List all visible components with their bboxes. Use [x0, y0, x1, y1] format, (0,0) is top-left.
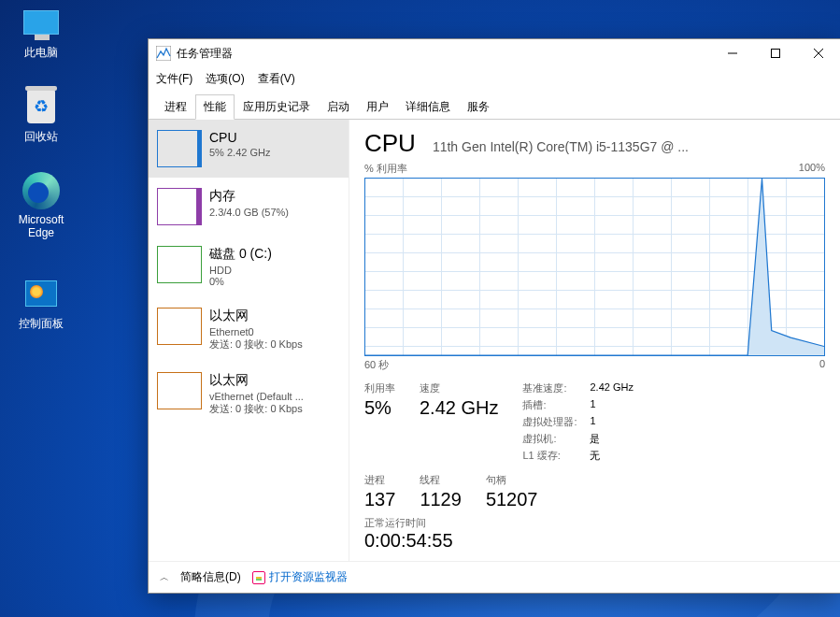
close-button[interactable]	[797, 39, 840, 67]
sidebar-sub: HDD	[209, 265, 272, 276]
kv-value: 是	[590, 432, 600, 446]
resource-monitor-icon	[252, 571, 265, 584]
stat-label: 利用率	[364, 381, 395, 395]
tab-bar: 进程 性能 应用历史记录 启动 用户 详细信息 服务	[149, 91, 840, 120]
ethernet-thumb	[157, 372, 202, 409]
desktop-icon-control-panel[interactable]: 控制面板	[7, 275, 75, 332]
memory-thumb	[157, 188, 202, 225]
sidebar-label: 磁盘 0 (C:)	[209, 246, 272, 263]
sidebar-sub: 0%	[209, 276, 272, 287]
threads-value: 1129	[420, 489, 462, 510]
minimize-button[interactable]	[711, 39, 754, 67]
sidebar-label: 以太网	[209, 308, 303, 324]
stat-label: 线程	[420, 473, 462, 487]
tab-performance[interactable]: 性能	[195, 94, 235, 120]
sidebar-sub: 发送: 0 接收: 0 Kbps	[209, 337, 303, 352]
desktop-icon-this-pc[interactable]: 此电脑	[7, 4, 75, 61]
fewer-details-link[interactable]: 简略信息(D)	[180, 569, 241, 585]
handles-value: 51207	[486, 489, 538, 510]
kv-key: 基准速度:	[522, 381, 582, 395]
sidebar-label: 以太网	[209, 372, 304, 389]
uptime-value: 0:00:54:55	[364, 530, 825, 552]
ethernet-thumb	[157, 308, 202, 345]
uptime-label: 正常运行时间	[364, 516, 825, 530]
kv-key: 虚拟机:	[522, 432, 582, 446]
control-panel-icon	[25, 280, 57, 307]
kv-value: 1	[590, 398, 595, 412]
footer: ︿ 简略信息(D) 打开资源监视器	[149, 561, 840, 593]
graph-label-tr: 100%	[799, 162, 825, 176]
tab-details[interactable]: 详细信息	[397, 94, 459, 120]
graph-label-tl: % 利用率	[364, 162, 407, 176]
monitor-icon	[23, 10, 59, 35]
sidebar-sub: Ethernet0	[209, 326, 303, 337]
stat-label: 速度	[420, 381, 498, 395]
sidebar-sub: 2.3/4.0 GB (57%)	[209, 207, 289, 218]
desktop-icon-recycle-bin[interactable]: ♻ 回收站	[7, 88, 75, 145]
link-label: 打开资源监视器	[269, 569, 348, 585]
desktop-icon-edge[interactable]: Microsoft Edge	[7, 172, 75, 239]
tab-processes[interactable]: 进程	[156, 94, 195, 120]
svg-rect-2	[772, 50, 780, 58]
sidebar-sub: 发送: 0 接收: 0 Kbps	[209, 402, 304, 416]
cpu-model: 11th Gen Intel(R) Core(TM) i5-1135G7 @ .…	[433, 139, 825, 154]
open-resource-monitor-link[interactable]: 打开资源监视器	[252, 569, 348, 585]
sidebar-item-disk[interactable]: 磁盘 0 (C:)HDD0%	[149, 236, 349, 297]
sidebar-label: CPU	[209, 130, 270, 145]
kv-key: L1 缓存:	[522, 449, 582, 463]
icon-label: 控制面板	[7, 316, 75, 332]
sidebar-sub: 5% 2.42 GHz	[209, 147, 270, 158]
maximize-button[interactable]	[754, 39, 797, 67]
main-panel: CPU 11th Gen Intel(R) Core(TM) i5-1135G7…	[349, 120, 840, 561]
kv-value: 2.42 GHz	[590, 381, 633, 395]
sidebar-label: 内存	[209, 188, 289, 205]
graph-label-bl: 60 秒	[364, 358, 389, 372]
tab-startup[interactable]: 启动	[319, 94, 358, 120]
task-manager-window: 任务管理器 文件(F) 选项(O) 查看(V) 进程 性能 应用历史记录 启动 …	[148, 38, 840, 594]
stat-label: 进程	[364, 473, 395, 487]
icon-label: 回收站	[7, 129, 75, 145]
speed-value: 2.42 GHz	[420, 397, 498, 419]
task-manager-icon	[156, 46, 171, 61]
cpu-details-table: 基准速度:2.42 GHz 插槽:1 虚拟处理器:1 虚拟机:是 L1 缓存:无	[522, 381, 633, 466]
sidebar-item-cpu[interactable]: CPU5% 2.42 GHz	[149, 120, 349, 178]
kv-value: 1	[590, 415, 595, 429]
sidebar: CPU5% 2.42 GHz 内存2.3/4.0 GB (57%) 磁盘 0 (…	[149, 120, 349, 561]
sidebar-sub: vEthernet (Default ...	[209, 391, 304, 402]
icon-label: 此电脑	[7, 45, 75, 61]
kv-key: 插槽:	[522, 398, 582, 412]
bin-icon: ♻	[27, 90, 55, 123]
menu-options[interactable]: 选项(O)	[206, 69, 244, 89]
utilization-value: 5%	[364, 397, 395, 419]
kv-key: 虚拟处理器:	[522, 415, 582, 429]
chevron-up-icon[interactable]: ︿	[160, 571, 169, 584]
disk-thumb	[157, 246, 202, 283]
sidebar-item-ethernet-0[interactable]: 以太网Ethernet0发送: 0 接收: 0 Kbps	[149, 297, 349, 362]
cpu-thumb	[157, 130, 202, 167]
icon-label: Microsoft	[7, 213, 75, 226]
window-title: 任务管理器	[177, 46, 711, 62]
cpu-utilization-graph[interactable]	[364, 178, 825, 356]
graph-label-br: 0	[819, 358, 825, 372]
processes-value: 137	[364, 489, 395, 510]
menubar: 文件(F) 选项(O) 查看(V)	[149, 67, 840, 91]
main-title: CPU	[364, 129, 416, 158]
titlebar[interactable]: 任务管理器	[149, 39, 840, 67]
stat-label: 句柄	[486, 473, 538, 487]
menu-view[interactable]: 查看(V)	[258, 69, 295, 89]
icon-label: Edge	[7, 226, 75, 239]
tab-services[interactable]: 服务	[459, 94, 498, 120]
tab-app-history[interactable]: 应用历史记录	[235, 94, 319, 120]
sidebar-item-memory[interactable]: 内存2.3/4.0 GB (57%)	[149, 178, 349, 236]
sidebar-item-ethernet-1[interactable]: 以太网vEthernet (Default ...发送: 0 接收: 0 Kbp…	[149, 362, 349, 426]
menu-file[interactable]: 文件(F)	[156, 69, 192, 89]
tab-users[interactable]: 用户	[358, 94, 397, 120]
kv-value: 无	[590, 449, 600, 463]
edge-icon	[22, 172, 60, 209]
